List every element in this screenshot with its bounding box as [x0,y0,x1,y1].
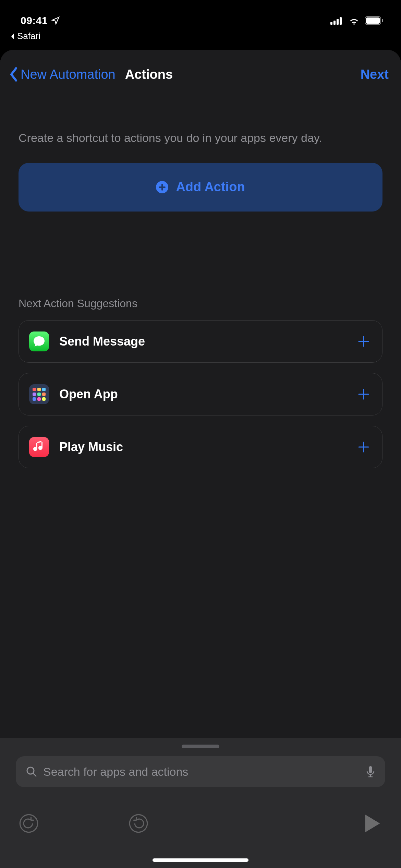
cellular-icon [330,16,343,25]
suggestion-label: Send Message [59,334,347,349]
plus-icon [357,441,370,453]
back-caret-icon [10,33,15,40]
search-icon [26,766,37,777]
redo-button[interactable] [128,813,149,834]
suggestion-label: Open App [59,387,347,401]
search-input[interactable]: Search for apps and actions [16,756,385,787]
messages-icon [29,331,49,351]
svg-rect-5 [366,17,380,24]
wifi-icon [348,16,360,25]
suggestion-label: Play Music [59,440,347,454]
sheet: New Automation Actions Next Create a sho… [0,50,401,868]
nav-bar: New Automation Actions Next [0,50,401,92]
music-icon [29,437,49,457]
chevron-left-icon [9,67,19,82]
plus-circle-icon [156,181,168,193]
svg-rect-2 [337,19,339,25]
add-action-button[interactable]: Add Action [19,163,382,212]
suggestions-header: Next Action Suggestions [0,212,401,310]
status-right [330,16,384,25]
back-to-app-label: Safari [17,31,40,41]
plus-icon [357,335,370,348]
status-time-text: 09:41 [21,15,48,26]
suggestions-list: Send Message Open App Play Music [0,310,401,468]
sheet-grabber[interactable] [182,745,219,748]
add-suggestion-button[interactable] [357,387,370,401]
nav-back-label: New Automation [21,67,116,82]
status-time: 09:41 [21,15,60,26]
svg-rect-1 [333,21,336,25]
search-placeholder: Search for apps and actions [43,765,360,779]
svg-rect-0 [330,22,332,25]
suggestion-open-app[interactable]: Open App [19,373,382,415]
next-button[interactable]: Next [361,67,389,82]
add-suggestion-button[interactable] [357,440,370,454]
apps-grid-icon [29,384,49,404]
svg-rect-18 [369,766,372,773]
suggestion-send-message[interactable]: Send Message [19,320,382,363]
toolbar [0,799,401,868]
home-indicator[interactable] [153,858,248,862]
svg-rect-6 [382,19,383,22]
search-panel[interactable]: Search for apps and actions [0,738,401,799]
battery-icon [365,16,384,25]
plus-icon [357,388,370,400]
description-text: Create a shortcut to actions you do in y… [0,92,401,146]
svg-point-22 [130,815,147,832]
undo-button[interactable] [19,813,39,834]
nav-back[interactable]: New Automation Actions [9,67,173,82]
svg-line-17 [33,773,36,776]
svg-point-21 [20,815,37,832]
svg-rect-9 [159,186,166,188]
add-suggestion-button[interactable] [357,335,370,348]
add-action-label: Add Action [176,180,245,194]
page-title: Actions [125,67,173,82]
location-icon [51,16,60,25]
suggestion-play-music[interactable]: Play Music [19,426,382,468]
run-button[interactable] [362,813,382,834]
svg-rect-3 [340,17,342,25]
status-bar: 09:41 [0,0,401,34]
back-to-app[interactable]: Safari [10,31,40,41]
microphone-icon[interactable] [366,765,375,778]
